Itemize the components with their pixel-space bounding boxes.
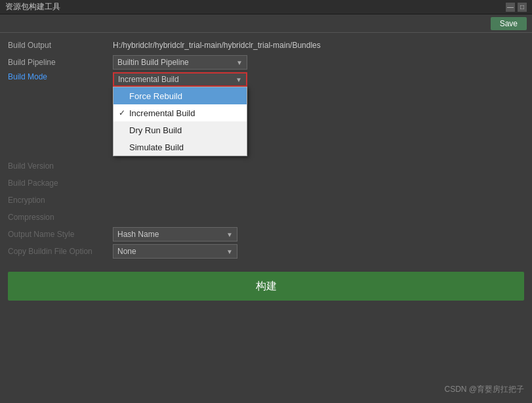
watermark: CSDN @育婴房扛把子 [444, 384, 524, 395]
build-mode-arrow-icon: ▼ [235, 76, 242, 83]
compression-label: Compression [8, 213, 113, 222]
incremental-build-check: ✓ [119, 108, 129, 117]
build-package-label: Build Package [8, 179, 113, 188]
content-area: Build Output H:/hybridclr/hybridclr_tria… [0, 33, 532, 403]
copy-buildin-select-text: None [117, 247, 224, 256]
dropdown-item-simulate-build[interactable]: Simulate Build [113, 138, 247, 156]
build-version-label: Build Version [8, 161, 113, 171]
force-rebuild-label: Force Rebuild [129, 91, 182, 101]
dropdown-item-force-rebuild[interactable]: Force Rebuild [113, 87, 247, 104]
title-bar-controls: — □ [506, 3, 527, 12]
output-name-style-row: Output Name Style Hash Name ▼ [8, 227, 524, 242]
minimize-button[interactable]: — [506, 3, 515, 12]
incremental-build-label: Incremental Build [129, 108, 195, 118]
build-pipeline-arrow-icon: ▼ [236, 59, 243, 66]
build-version-row: Build Version [8, 159, 524, 173]
output-name-style-arrow-icon: ▼ [226, 231, 233, 238]
dry-run-label: Dry Run Build [129, 125, 182, 135]
build-pipeline-select[interactable]: Builtin Build Pipeline ▼ [113, 55, 247, 70]
build-mode-dropdown-menu: Force Rebuild ✓ Incremental Build Dry Ru… [113, 87, 247, 156]
build-mode-label: Build Mode [8, 72, 113, 81]
copy-buildin-select[interactable]: None ▼ [113, 244, 237, 259]
simulate-label: Simulate Build [129, 142, 184, 152]
build-pipeline-select-text: Builtin Build Pipeline [117, 58, 234, 67]
build-mode-row: Build Mode Incremental Build ▼ Force Reb… [8, 72, 524, 156]
save-button[interactable]: Save [491, 17, 527, 30]
build-pipeline-label: Build Pipeline [8, 58, 113, 67]
title-bar: 资源包构建工具 — □ [0, 0, 532, 14]
build-output-label: Build Output [8, 41, 113, 50]
dropdown-item-incremental-build[interactable]: ✓ Incremental Build [113, 104, 247, 121]
build-pipeline-row: Build Pipeline Builtin Build Pipeline ▼ [8, 55, 524, 70]
build-button-row: 构建 [8, 272, 524, 301]
build-output-value: H:/hybridclr/hybridclr_trial-main/hybrid… [113, 41, 524, 50]
output-name-style-select[interactable]: Hash Name ▼ [113, 227, 237, 242]
build-mode-select-text: Incremental Build [118, 75, 235, 84]
window-title: 资源包构建工具 [5, 1, 60, 12]
copy-buildin-label: Copy Buildin File Option [8, 247, 113, 256]
build-button[interactable]: 构建 [8, 272, 524, 301]
copy-buildin-row: Copy Buildin File Option None ▼ [8, 244, 524, 259]
encryption-row: Encryption [8, 193, 524, 207]
build-output-row: Build Output H:/hybridclr/hybridclr_tria… [8, 38, 524, 53]
encryption-label: Encryption [8, 196, 113, 205]
compression-row: Compression [8, 210, 524, 224]
build-mode-select[interactable]: Incremental Build ▼ [113, 72, 247, 87]
output-name-style-label: Output Name Style [8, 230, 113, 239]
maximize-button[interactable]: □ [518, 3, 527, 12]
main-window: 资源包构建工具 — □ Save Build Output H:/hybridc… [0, 0, 532, 403]
dropdown-item-dry-run-build[interactable]: Dry Run Build [113, 121, 247, 138]
toolbar: Save [0, 14, 532, 33]
build-mode-dropdown-container: Incremental Build ▼ Force Rebuild ✓ Incr… [113, 72, 247, 156]
output-name-style-select-text: Hash Name [117, 230, 224, 239]
build-package-row: Build Package [8, 176, 524, 190]
copy-buildin-arrow-icon: ▼ [226, 248, 233, 255]
